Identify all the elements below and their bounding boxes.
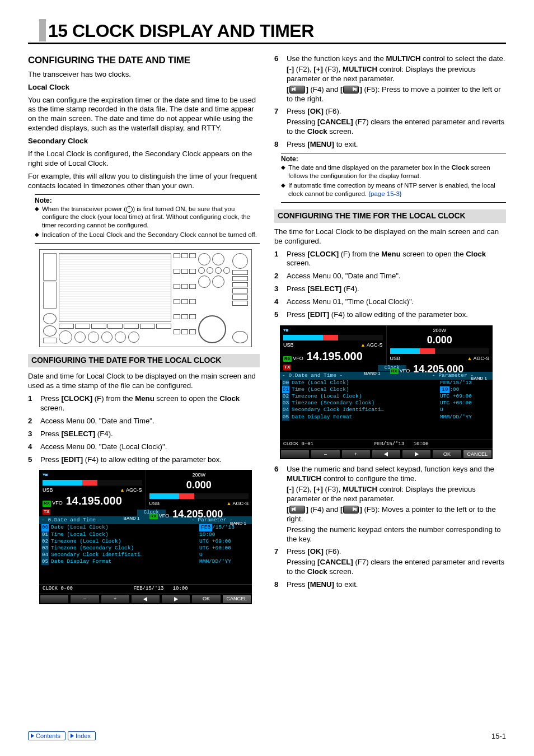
step-detail: [-] (F2), [+] (F3), MULTI/CH control: Di… [274, 485, 506, 504]
step: 5Press [EDIT] (F4) to allow editing of t… [28, 455, 260, 465]
menu-row: 05Date Display FormatMMM/DD/'YY [280, 414, 493, 421]
step-number: 3 [28, 430, 40, 439]
bullet-icon: ◆ [281, 182, 285, 198]
note-item: ◆ The date and time displayed on the par… [281, 164, 506, 180]
page-link[interactable]: {page 15-3} [368, 190, 401, 197]
secondary-clock-text-1: If the Local Clock is configured, the Se… [28, 150, 260, 169]
note-item: ◆ If automatic time correction by means … [281, 181, 506, 198]
step: 5Press [EDIT] (F4) to allow editing of t… [274, 310, 506, 320]
page-number: 15-1 [491, 732, 506, 740]
menu-row: 04Secondary Clock Identificati…U [39, 552, 252, 558]
contents-button[interactable]: Contents [28, 731, 65, 740]
menu-row: 04Secondary Clock Identificati…U [280, 407, 493, 413]
step-detail: Pressing [CANCEL] (F7) clears the entere… [274, 558, 506, 577]
step-number: 4 [28, 442, 40, 452]
menu-row: 02Timezone (Local Clock)UTC +09:00 [39, 538, 252, 545]
left-key-icon [289, 86, 305, 94]
step-detail: Pressing [CANCEL] (F7) clears the entere… [274, 118, 506, 137]
note-body: ◆ When the transceiver power () is first… [35, 205, 260, 244]
section-title: CONFIGURING THE DATE AND TIME [28, 54, 260, 67]
page-footer: Contents Index 15-1 [28, 731, 506, 740]
step-detail: [] (F4) and [] (F5): Press to move a poi… [274, 85, 506, 104]
step: 3Press [SELECT] (F4). [274, 284, 506, 294]
intro-text: The transceiver has two clocks. [28, 70, 260, 80]
note-label: Note: [281, 153, 506, 164]
note-label: Note: [35, 194, 260, 205]
left-key-icon [289, 506, 305, 514]
radio-illustration [39, 249, 260, 347]
secondary-clock-text-2: For example, this will allow you to dist… [28, 172, 260, 191]
accent-bar [39, 19, 46, 41]
step: 1Press [CLOCK] (F) from the Menu screen … [28, 394, 260, 413]
step: 7Press [OK] (F6). [274, 107, 506, 116]
step-detail: [-] (F2), [+] (F3), MULTI/CH control: Di… [274, 65, 506, 84]
right-key-icon [343, 506, 359, 514]
menu-row: 01Time (Local Clock)10:00 [39, 531, 252, 538]
step: 7Press [OK] (F6). [274, 547, 506, 557]
note-item: ◆ When the transceiver power () is first… [35, 205, 260, 229]
step: 2Access Menu 00, "Date and Time". [28, 417, 260, 426]
step-number: 1 [28, 394, 40, 413]
subsection-intro: Date and time for Local Clock to be disp… [28, 372, 260, 391]
bullet-icon: ◆ [35, 206, 39, 229]
note-text: When the transceiver power ( [42, 206, 126, 212]
chapter-title-text: CLOCK DISPLAY AND TIMER [72, 21, 314, 41]
menu-row: 05Date Display FormatMMM/DD/'YY [39, 558, 252, 565]
chapter-number: 15 [48, 21, 68, 41]
menu-row: 02Timezone (Local Clock)UTC +09:00 [280, 393, 493, 400]
secondary-clock-heading: Secondary Clock [28, 137, 260, 146]
step: 6Use the numeric and band select keypad,… [274, 465, 506, 484]
step-detail: Pressing the numeric keypad enters the n… [274, 525, 506, 544]
step: 4Access Menu 00, "Date (Local Clock)". [28, 442, 260, 452]
step: 8Press [MENU] to exit. [274, 140, 506, 150]
step: 6Use the function keys and the MULTI/CH … [274, 54, 506, 64]
menu-screenshot-time: ▼◼ USB▲ AGC-S RXVFO 14.195.000 TX BAND 1… [280, 325, 506, 459]
menu-row: 03Timezone (Secondary Clock)UTC +00:00 [280, 400, 493, 407]
play-icon [71, 734, 74, 738]
step-number: 2 [28, 417, 40, 426]
step: 1Press [CLOCK] (F) from the Menu screen … [274, 250, 506, 269]
chapter-header: 15 CLOCK DISPLAY AND TIMER [39, 17, 506, 41]
step-number: 7 [274, 107, 287, 116]
step-number: 6 [274, 54, 287, 64]
step-number: 5 [28, 455, 40, 465]
chapter-title: 15 CLOCK DISPLAY AND TIMER [48, 21, 314, 41]
note-item: ◆ Indication of the Local Clock and the … [35, 231, 260, 239]
subsection-intro: The time for Local Clock to be displayed… [274, 227, 506, 246]
step: 4Access Menu 01, "Time (Local Clock)". [274, 297, 506, 307]
index-button[interactable]: Index [68, 731, 96, 740]
local-clock-heading: Local Clock [28, 83, 260, 92]
local-clock-text: You can configure the expiration timer o… [28, 96, 260, 134]
subsection-title: CONFIGURING THE TIME FOR THE LOCAL CLOCK [274, 209, 506, 223]
step: 3Press [SELECT] (F4). [28, 430, 260, 439]
step: 2Access Menu 00, "Date and Time". [274, 272, 506, 281]
bullet-icon: ◆ [281, 164, 285, 180]
title-underline [28, 43, 506, 44]
power-icon [126, 206, 133, 213]
step-number: 8 [274, 140, 287, 150]
left-column: CONFIGURING THE DATE AND TIME The transc… [28, 54, 260, 610]
subsection-title: CONFIGURING THE DATE FOR THE LOCAL CLOCK [28, 354, 260, 367]
note-text: Indication of the Local Clock and the Se… [42, 231, 257, 239]
right-column: 6Use the function keys and the MULTI/CH … [274, 54, 506, 610]
note-body: ◆ The date and time displayed on the par… [281, 164, 506, 203]
menu-row: 01Time (Local Clock)10:00 [280, 386, 493, 393]
menu-screenshot-date: ▼◼ USB▲ AGC-S RXVFO 14.195.000 TX BAND 1… [39, 470, 260, 604]
menu-row: 03Timezone (Secondary Clock)UTC +00:00 [39, 545, 252, 552]
right-key-icon [343, 86, 359, 94]
play-icon [31, 734, 34, 738]
step: 8Press [MENU] to exit. [274, 580, 506, 590]
step-detail: [] (F4) and [] (F5): Moves a pointer to … [274, 505, 506, 524]
bullet-icon: ◆ [35, 231, 39, 239]
